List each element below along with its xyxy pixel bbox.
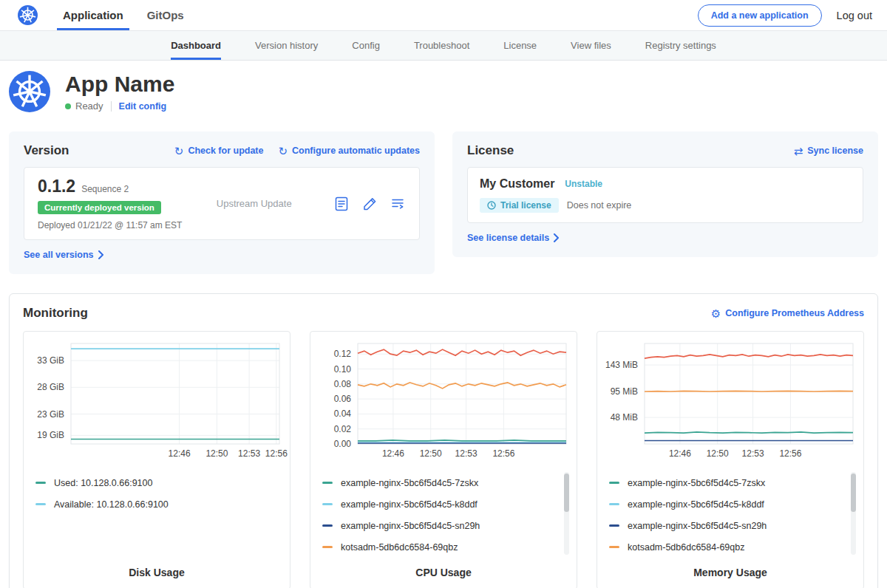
release-notes-icon[interactable] — [333, 196, 350, 212]
legend-scrollbar[interactable] — [564, 472, 569, 555]
trial-license-label: Trial license — [500, 200, 551, 211]
version-number: 0.1.2 — [38, 177, 75, 196]
edit-config-link[interactable]: Edit config — [119, 101, 167, 112]
svg-text:12:56: 12:56 — [779, 448, 801, 459]
license-card: License ⇄ Sync license My Customer Unsta… — [452, 131, 878, 257]
refresh-icon: ↻ — [174, 146, 184, 157]
svg-text:33 GiB: 33 GiB — [37, 355, 64, 366]
check-for-update-label: Check for update — [188, 146, 263, 156]
legend-label: Used: 10.128.0.66:9100 — [54, 478, 152, 488]
subnav-dashboard[interactable]: Dashboard — [171, 31, 221, 60]
memory-usage-chart: 143 MiB95 MiB48 MiB12:4612:5012:5312:56 … — [597, 331, 864, 588]
legend-scrollbar-thumb[interactable] — [564, 474, 569, 512]
svg-text:12:53: 12:53 — [238, 448, 260, 459]
subnav-config[interactable]: Config — [352, 31, 380, 60]
sync-icon: ⇄ — [794, 146, 803, 157]
auto-update-icon: ↻ — [278, 146, 288, 157]
logout-link[interactable]: Log out — [837, 10, 872, 21]
legend-scrollbar-thumb[interactable] — [851, 474, 856, 512]
subnav-license[interactable]: License — [503, 31, 537, 60]
see-license-details-label: See license details — [467, 233, 549, 243]
add-application-button[interactable]: Add a new application — [698, 4, 822, 27]
svg-text:0.12: 0.12 — [334, 349, 352, 359]
version-card: Version ↻ Check for update ↻ Configure a… — [9, 131, 435, 274]
legend-label: Available: 10.128.0.66:9100 — [54, 499, 169, 510]
legend-scrollbar[interactable] — [851, 472, 856, 555]
legend-item: Available: 10.128.0.66:9100 — [35, 493, 282, 515]
divider — [111, 101, 112, 112]
svg-text:12:53: 12:53 — [455, 448, 478, 459]
memory-usage-legend: example-nginx-5bc6f5d4c5-7zskxexample-ng… — [605, 472, 856, 559]
see-all-versions-link[interactable]: See all versions — [24, 250, 104, 260]
channel-label: Unstable — [565, 179, 602, 189]
disk-usage-title: Disk Usage — [31, 559, 282, 578]
memory-usage-plot: 143 MiB95 MiB48 MiB12:4612:5012:5312:56 — [605, 339, 856, 462]
see-license-details-link[interactable]: See license details — [467, 233, 560, 243]
svg-text:0.00: 0.00 — [334, 439, 352, 449]
license-card-title: License — [467, 143, 514, 158]
svg-text:12:53: 12:53 — [742, 448, 764, 459]
svg-text:12:56: 12:56 — [492, 448, 514, 459]
subnav-version-history[interactable]: Version history — [255, 31, 318, 60]
page-title: App Name — [65, 72, 174, 96]
legend-swatch — [609, 503, 619, 505]
legend-swatch — [322, 503, 333, 505]
clock-icon — [487, 201, 496, 210]
svg-text:0.08: 0.08 — [334, 379, 352, 389]
configure-prometheus-label: Configure Prometheus Address — [725, 308, 864, 318]
configure-prometheus-link[interactable]: ⚙ Configure Prometheus Address — [711, 308, 864, 319]
see-all-versions-label: See all versions — [24, 250, 94, 260]
sync-license-label: Sync license — [807, 146, 863, 156]
legend-item: kotsadm-5db6dc6584-69qbz — [322, 536, 569, 558]
legend-swatch — [322, 546, 333, 548]
monitoring-title: Monitoring — [23, 306, 88, 321]
app-header: App Name Ready Edit config — [0, 61, 887, 124]
svg-text:0.04: 0.04 — [334, 408, 352, 419]
top-nav-tabs: Application GitOps — [51, 0, 196, 30]
kubernetes-logo-icon — [18, 5, 38, 25]
tab-gitops[interactable]: GitOps — [135, 0, 196, 30]
svg-text:12:46: 12:46 — [669, 448, 691, 459]
status-label: Ready — [75, 100, 103, 112]
expiry-label: Does not expire — [567, 200, 632, 211]
chevron-right-icon — [553, 233, 560, 242]
status-dot — [65, 103, 71, 109]
deployed-timestamp: Deployed 01/21/22 @ 11:57 am EST — [38, 220, 182, 230]
disk-usage-plot: 33 GiB28 GiB23 GiB19 GiB12:4612:5012:531… — [31, 339, 282, 462]
app-sub-nav: Dashboard Version history Config Trouble… — [0, 31, 887, 61]
subnav-view-files[interactable]: View files — [571, 31, 611, 60]
cpu-usage-title: CPU Usage — [318, 559, 569, 578]
svg-text:0.06: 0.06 — [334, 394, 352, 404]
sync-license-link[interactable]: ⇄ Sync license — [794, 146, 863, 157]
legend-swatch — [35, 503, 46, 505]
memory-usage-title: Memory Usage — [605, 559, 856, 578]
subnav-troubleshoot[interactable]: Troubleshoot — [414, 31, 469, 60]
chart-svg: 143 MiB95 MiB48 MiB12:4612:5012:5312:56 — [605, 339, 856, 462]
configure-automatic-updates-link[interactable]: ↻ Configure automatic updates — [278, 146, 420, 157]
svg-text:12:50: 12:50 — [420, 448, 442, 459]
edit-config-diff-icon[interactable] — [361, 196, 378, 212]
cpu-usage-legend: example-nginx-5bc6f5d4c5-7zskxexample-ng… — [318, 472, 569, 559]
legend-item: kotsadm-5db6dc6584-69qbz — [609, 536, 856, 558]
cpu-usage-chart: 0.120.100.080.060.040.020.0012:4612:5012… — [310, 331, 577, 588]
legend-item: example-nginx-5bc6f5d4c5-sn29h — [322, 515, 569, 536]
legend-label: example-nginx-5bc6f5d4c5-7zskx — [628, 478, 765, 488]
chart-svg: 33 GiB28 GiB23 GiB19 GiB12:4612:5012:531… — [31, 339, 282, 462]
chevron-right-icon — [98, 250, 104, 259]
disk-usage-chart: 33 GiB28 GiB23 GiB19 GiB12:4612:5012:531… — [23, 331, 290, 588]
tab-application[interactable]: Application — [51, 0, 135, 30]
svg-text:28 GiB: 28 GiB — [37, 382, 64, 392]
check-for-update-link[interactable]: ↻ Check for update — [174, 146, 264, 157]
deploy-logs-icon[interactable] — [390, 196, 406, 212]
svg-text:95 MiB: 95 MiB — [611, 386, 638, 397]
version-card-title: Version — [24, 143, 69, 158]
configure-automatic-updates-label: Configure automatic updates — [292, 146, 420, 156]
deployed-badge: Currently deployed version — [38, 201, 161, 214]
disk-usage-legend: Used: 10.128.0.66:9100Available: 10.128.… — [31, 472, 282, 559]
svg-text:143 MiB: 143 MiB — [605, 360, 638, 370]
legend-label: example-nginx-5bc6f5d4c5-k8ddf — [628, 499, 764, 510]
legend-swatch — [609, 546, 619, 548]
legend-label: example-nginx-5bc6f5d4c5-7zskx — [341, 478, 478, 488]
subnav-registry-settings[interactable]: Registry settings — [645, 31, 716, 60]
legend-item: example-nginx-5bc6f5d4c5-k8ddf — [322, 493, 569, 515]
